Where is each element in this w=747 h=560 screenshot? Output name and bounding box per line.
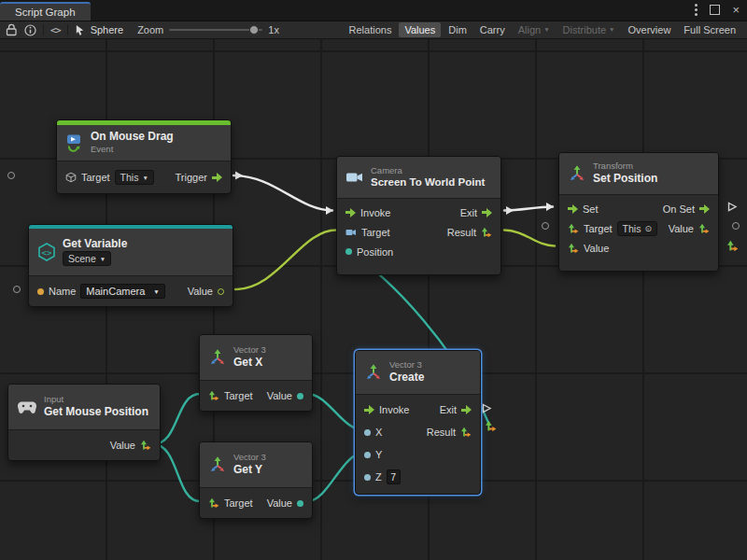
port-trigger[interactable]: Trigger bbox=[176, 172, 222, 183]
menu-kebab-icon[interactable] bbox=[695, 4, 698, 16]
code-icon[interactable]: <> bbox=[50, 24, 61, 35]
transform-icon bbox=[568, 164, 586, 183]
float-port-dot[interactable] bbox=[364, 429, 371, 436]
distribute-dropdown[interactable]: Distribute▼ bbox=[557, 22, 621, 37]
port-y[interactable]: Y bbox=[364, 449, 382, 460]
port-value-out[interactable]: Value bbox=[669, 223, 710, 234]
node-category: Input bbox=[44, 395, 148, 404]
wire-arrow-cap bbox=[506, 206, 514, 215]
node-get-x[interactable]: Vector 3 Get X Target Value bbox=[199, 334, 313, 412]
node-get-mouse-position[interactable]: Input Get Mouse Position Value bbox=[7, 384, 161, 461]
port-result[interactable]: Result bbox=[427, 427, 472, 438]
port-label: Value bbox=[267, 390, 292, 401]
graph-breadcrumb[interactable]: Sphere bbox=[75, 24, 123, 36]
overview-button[interactable]: Overview bbox=[623, 22, 677, 37]
port-target[interactable]: Target bbox=[208, 390, 253, 401]
close-icon[interactable]: × bbox=[732, 4, 740, 16]
lock-icon[interactable] bbox=[6, 23, 18, 36]
toolbar-buttons: Relations Values Dim Carry Align▼ Distri… bbox=[344, 22, 741, 37]
vector3-port-dot[interactable] bbox=[345, 248, 352, 255]
zoom-slider[interactable] bbox=[169, 29, 262, 31]
port-position[interactable]: Position bbox=[345, 246, 393, 258]
port-label: X bbox=[375, 427, 382, 438]
port-value-out[interactable]: Value bbox=[267, 497, 303, 509]
float-port-dot[interactable] bbox=[364, 474, 371, 481]
full-screen-button[interactable]: Full Screen bbox=[678, 22, 741, 37]
camera-icon bbox=[345, 168, 364, 187]
node-set-position[interactable]: Transform Set Position Set On Set bbox=[558, 152, 719, 272]
port-label: Name bbox=[49, 286, 76, 297]
tab-script-graph[interactable]: Script Graph bbox=[0, 2, 91, 21]
port-exit[interactable]: Exit bbox=[440, 404, 472, 415]
port-indicator-circle bbox=[7, 172, 15, 179]
port-value-out[interactable]: Value bbox=[267, 390, 303, 401]
variable-name-dropdown[interactable]: MainCamera▼ bbox=[80, 284, 164, 299]
port-exit[interactable]: Exit bbox=[460, 207, 492, 218]
graph-name-label: Sphere bbox=[91, 24, 123, 35]
node-header: Input Get Mouse Position bbox=[8, 385, 160, 430]
port-result[interactable]: Result bbox=[447, 227, 492, 238]
port-target[interactable]: Target This▼ bbox=[65, 170, 154, 185]
vector3-icon bbox=[208, 348, 227, 367]
gameobject-cube-icon bbox=[65, 172, 77, 183]
port-invoke[interactable]: Invoke bbox=[364, 404, 409, 415]
node-title: Create bbox=[389, 371, 424, 385]
string-port-dot[interactable] bbox=[37, 288, 44, 295]
node-on-mouse-drag[interactable]: On Mouse Drag Event Target This▼ Trigger bbox=[56, 119, 232, 194]
float-port-dot[interactable] bbox=[297, 393, 303, 399]
tab-bar: Script Graph × bbox=[0, 0, 747, 21]
port-value-out[interactable]: Value bbox=[110, 440, 151, 451]
node-get-variable[interactable]: Get Variable Scene▼ Name MainCamera▼ Val… bbox=[28, 224, 233, 307]
zoom-slider-handle[interactable] bbox=[249, 25, 259, 35]
port-name[interactable]: Name MainCamera▼ bbox=[37, 284, 165, 299]
port-label: Target bbox=[224, 497, 253, 509]
port-label: Value bbox=[188, 286, 213, 297]
vector3-port-icon bbox=[460, 427, 472, 438]
maximize-icon[interactable] bbox=[710, 5, 720, 15]
float-port-dot[interactable] bbox=[364, 452, 371, 458]
info-icon[interactable] bbox=[24, 24, 36, 36]
port-on-set[interactable]: On Set bbox=[663, 203, 710, 215]
variable-scope-dropdown[interactable]: Scene▼ bbox=[63, 251, 111, 266]
port-set[interactable]: Set bbox=[568, 203, 599, 215]
node-header: Vector 3 Get X bbox=[200, 335, 312, 381]
wire-result-to-value[interactable] bbox=[504, 231, 555, 246]
port-transform-target[interactable]: Target This⊙ bbox=[568, 221, 657, 236]
wire-trigger-to-invoke[interactable] bbox=[233, 175, 332, 211]
align-dropdown[interactable]: Align▼ bbox=[513, 22, 556, 37]
port-invoke[interactable]: Invoke bbox=[345, 207, 390, 218]
graph-canvas[interactable]: On Mouse Drag Event Target This▼ Trigger bbox=[0, 39, 747, 560]
flow-arrow-icon bbox=[568, 204, 578, 214]
vector3-port-icon bbox=[481, 227, 492, 238]
port-camera-target[interactable]: Target bbox=[345, 227, 390, 238]
wire-variable-to-camera-target[interactable] bbox=[235, 231, 336, 290]
port-label: Target bbox=[361, 227, 390, 238]
port-label: Result bbox=[447, 227, 476, 238]
values-button[interactable]: Values bbox=[399, 22, 441, 37]
node-create-vector3[interactable]: Vector 3 Create Invoke Exit bbox=[355, 350, 481, 495]
port-z[interactable]: Z 7 bbox=[364, 469, 401, 484]
float-port-dot[interactable] bbox=[297, 500, 303, 507]
vector3-port-icon bbox=[568, 243, 579, 254]
flow-arrow-icon bbox=[461, 405, 472, 414]
node-get-y[interactable]: Vector 3 Get Y Target Value bbox=[199, 441, 313, 519]
object-port-dot[interactable] bbox=[218, 288, 224, 295]
z-value-input[interactable]: 7 bbox=[387, 469, 401, 484]
port-value-out[interactable]: Value bbox=[188, 286, 224, 297]
carry-button[interactable]: Carry bbox=[474, 22, 511, 37]
node-screen-to-world-point[interactable]: Camera Screen To World Point Invoke Exit bbox=[336, 156, 501, 275]
node-header: On Mouse Drag Event bbox=[57, 125, 231, 161]
target-this-dropdown[interactable]: This⊙ bbox=[617, 221, 657, 236]
port-value-in[interactable]: Value bbox=[568, 243, 609, 254]
node-header: Vector 3 Create bbox=[356, 351, 480, 395]
this-target-icon: ⊙ bbox=[644, 224, 652, 233]
node-title: Set Position bbox=[593, 173, 657, 186]
port-x[interactable]: X bbox=[364, 427, 382, 438]
dim-button[interactable]: Dim bbox=[443, 22, 472, 37]
target-this-dropdown[interactable]: This▼ bbox=[115, 170, 154, 185]
port-target[interactable]: Target bbox=[208, 497, 253, 509]
port-label: Target bbox=[584, 223, 613, 234]
node-category: Transform bbox=[593, 161, 657, 171]
relations-button[interactable]: Relations bbox=[344, 22, 398, 37]
node-header: Transform Set Position bbox=[559, 153, 718, 195]
